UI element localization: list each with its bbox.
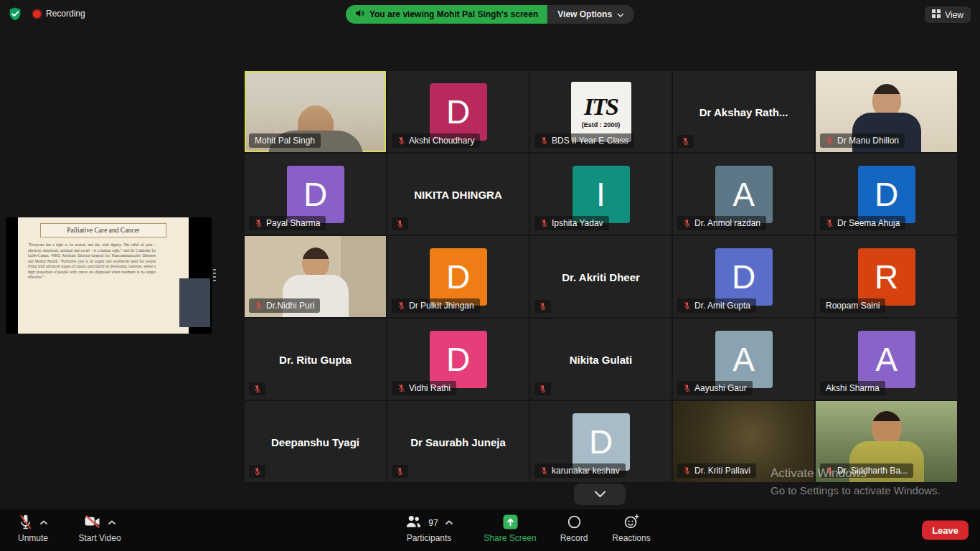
participant-avatar: R xyxy=(858,248,915,306)
participant-name-label: BDS II Year E Class xyxy=(534,133,634,148)
viewing-banner-message: You are viewing Mohit Pal Singh's screen xyxy=(346,5,547,24)
view-options-label: View Options xyxy=(557,9,612,19)
participant-name-centered: Dr Akshay Rath... xyxy=(673,105,814,118)
participant-name-label: Ipshita Yadav xyxy=(534,216,609,230)
shared-screen-thumbnail[interactable]: Palliative Care and Cancer “Everyone has… xyxy=(6,217,212,334)
participant-name: karunakar keshav xyxy=(552,466,620,476)
muted-mic-icon xyxy=(253,385,261,393)
muted-mic-icon xyxy=(683,219,691,227)
participant-tile-dr-amit-gupta[interactable]: DDr. Amit Gupta xyxy=(673,236,814,317)
share-screen-button[interactable]: Share Screen xyxy=(479,513,541,543)
slide-body-text: “Everyone has a right to be treated, and… xyxy=(28,242,156,281)
participant-tile-dr-anmol-razdan[interactable]: ADr. Anmol razdan xyxy=(673,154,814,235)
participant-name: Dr Manu Dhillon xyxy=(837,136,899,146)
participant-name-label: Dr. Amit Gupta xyxy=(677,298,756,313)
participant-tile-dr-manu-dhillon[interactable]: Dr Manu Dhillon xyxy=(816,71,957,152)
slide-image-block xyxy=(179,278,210,327)
participant-tile-dr-pulkit-jhingan[interactable]: DDr Pulkit Jhingan xyxy=(387,236,529,317)
participant-tile-akshi-sharma[interactable]: AAkshi Sharma xyxy=(816,319,957,400)
view-options-button[interactable]: View Options xyxy=(547,5,634,24)
slide-title: Palliative Care and Cancer xyxy=(40,223,166,237)
muted-mic-icon xyxy=(539,302,547,311)
participant-tile-dr-akriti-dheer[interactable]: Dr. Akriti Dheer xyxy=(530,236,672,317)
participant-name: Dr Seema Ahuja xyxy=(837,218,900,228)
participant-tile-dr-saurabh-juneja[interactable]: Dr Saurabh Juneja xyxy=(387,401,529,482)
reactions-button[interactable]: Reactions xyxy=(606,513,657,543)
logo-subtext: (Estd : 2000) xyxy=(582,121,621,128)
share-screen-icon xyxy=(502,514,519,532)
start-video-button[interactable]: Start Video xyxy=(69,513,131,543)
participant-avatar: D xyxy=(715,248,773,306)
participant-name-label xyxy=(392,465,408,478)
participant-name: BDS II Year E Class xyxy=(552,136,628,146)
record-label: Record xyxy=(560,533,588,543)
participant-name-label: Akshi Choudhary xyxy=(392,133,480,148)
participants-gallery: Mohit Pal SinghDAkshi ChoudharyITS(Estd … xyxy=(245,71,957,482)
its-college-logo: ITS(Estd : 2000) xyxy=(571,82,631,142)
participant-name: Dr. Anmol razdan xyxy=(694,218,760,228)
participant-name: Roopam Saini xyxy=(826,301,880,311)
participant-avatar: D xyxy=(573,413,630,471)
view-button[interactable]: View xyxy=(925,6,971,23)
muted-mic-icon xyxy=(540,466,548,475)
presentation-slide: Palliative Care and Cancer “Everyone has… xyxy=(18,217,189,334)
participant-tile-akshi-choudhary[interactable]: DAkshi Choudhary xyxy=(387,71,529,152)
participant-name: Aayushi Gaur xyxy=(694,383,747,393)
participant-tile-dr-nidhi-puri[interactable]: Dr.Nidhi Puri xyxy=(245,236,386,317)
muted-mic-icon xyxy=(683,301,691,310)
participant-tile-mohit-pal-singh[interactable]: Mohit Pal Singh xyxy=(245,71,386,152)
participant-tile-bds-ii-year-e-class[interactable]: ITS(Estd : 2000)BDS II Year E Class xyxy=(530,71,672,152)
logo-text: ITS xyxy=(584,95,618,119)
scroll-participants-down-button[interactable] xyxy=(574,484,626,505)
participants-options-caret[interactable] xyxy=(445,520,453,525)
muted-mic-icon xyxy=(826,219,834,227)
participant-tile-ipshita-yadav[interactable]: IIpshita Yadav xyxy=(530,154,672,235)
participant-tile-deepanshu-tyagi[interactable]: Deepanshu Tyagi xyxy=(245,401,386,482)
participant-name-centered: Dr. Ritu Gupta xyxy=(245,353,386,365)
participant-name-label xyxy=(534,300,551,313)
participant-tile-aayushi-gaur[interactable]: AAayushi Gaur xyxy=(673,319,814,400)
muted-mic-icon xyxy=(396,220,404,228)
participants-count: 97 xyxy=(428,518,438,528)
participant-avatar: I xyxy=(573,166,630,223)
preview-resize-handle[interactable] xyxy=(213,269,216,283)
participants-button[interactable]: 97 Participants xyxy=(396,513,462,543)
muted-mic-icon xyxy=(683,384,691,392)
meeting-toolbar: Unmute Start Video 97 xyxy=(0,509,980,551)
participant-name-centered: NIKITA DHINGRA xyxy=(387,188,529,200)
participant-tile-roopam-saini[interactable]: RRoopam Saini xyxy=(816,236,957,317)
participant-tile-dr-akshay-rath[interactable]: Dr Akshay Rath... xyxy=(673,71,814,152)
participant-avatar: D xyxy=(430,248,487,306)
meeting-security-shield-icon[interactable] xyxy=(7,6,23,22)
unmute-button[interactable]: Unmute xyxy=(10,513,56,543)
participant-tile-payal-sharma[interactable]: DPayal Sharma xyxy=(245,154,386,235)
participant-name-label xyxy=(249,465,265,478)
participant-avatar: D xyxy=(287,166,344,223)
participants-label: Participants xyxy=(407,533,452,543)
audio-options-caret[interactable] xyxy=(39,520,48,525)
participant-name-label: Dr Seema Ahuja xyxy=(820,216,905,230)
muted-mic-icon xyxy=(253,467,261,476)
record-button[interactable]: Record xyxy=(551,513,597,543)
participant-tile-vidhi-rathi[interactable]: DVidhi Rathi xyxy=(387,319,529,400)
participant-tile-nikita-gulati[interactable]: Nikita Gulati xyxy=(530,319,672,400)
view-label: View xyxy=(945,10,963,20)
participant-name-label xyxy=(249,382,265,395)
muted-mic-icon xyxy=(540,219,548,227)
participant-name-label: Mohit Pal Singh xyxy=(249,133,321,148)
leave-button[interactable]: Leave xyxy=(922,521,969,540)
participant-name: Ipshita Yadav xyxy=(552,218,603,228)
muted-mic-icon xyxy=(396,467,404,476)
participant-tile-dr-ritu-gupta[interactable]: Dr. Ritu Gupta xyxy=(245,319,386,400)
participant-name-label xyxy=(534,382,551,395)
participant-avatar: A xyxy=(858,331,915,388)
video-options-caret[interactable] xyxy=(108,520,116,525)
participant-avatar: A xyxy=(715,331,773,388)
participant-avatar: D xyxy=(430,331,487,388)
participant-name-label: Roopam Saini xyxy=(820,298,885,313)
reactions-label: Reactions xyxy=(612,533,650,543)
participant-tile-karunakar-keshav[interactable]: Dkarunakar keshav xyxy=(530,401,672,482)
participant-name-label: Dr. Anmol razdan xyxy=(677,216,766,230)
participant-tile-nikita-dhingra[interactable]: NIKITA DHINGRA xyxy=(387,154,529,235)
participant-tile-dr-seema-ahuja[interactable]: DDr Seema Ahuja xyxy=(816,154,957,235)
